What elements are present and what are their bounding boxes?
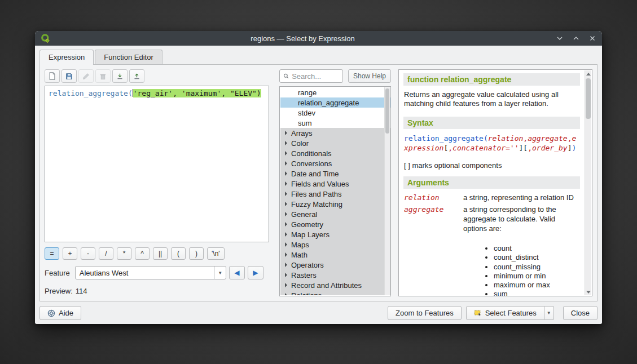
minimize-button[interactable] bbox=[555, 34, 564, 43]
expand-arrow-icon[interactable] bbox=[285, 131, 287, 135]
operator-button[interactable]: - bbox=[81, 247, 95, 260]
function-group[interactable]: Conversions bbox=[280, 158, 390, 168]
function-group[interactable]: Fuzzy Matching bbox=[280, 199, 390, 209]
select-features-dropdown[interactable]: ▼ bbox=[544, 306, 554, 320]
feature-combobox[interactable]: Aleutians West ▼ bbox=[75, 266, 226, 279]
argument-description: a string corresponding to the aggregate … bbox=[463, 205, 579, 234]
feature-combobox-value: Aleutians West bbox=[80, 269, 128, 277]
help-scrollbar[interactable] bbox=[585, 70, 591, 295]
search-box[interactable] bbox=[279, 69, 343, 83]
expand-arrow-icon[interactable] bbox=[285, 171, 287, 176]
syntax-token: ) bbox=[572, 144, 576, 152]
scrollbar-thumb[interactable] bbox=[385, 88, 389, 134]
search-input[interactable] bbox=[292, 72, 339, 81]
function-item[interactable]: relation_aggregate bbox=[280, 97, 390, 108]
tab-function-editor[interactable]: Function Editor bbox=[95, 50, 162, 64]
tab-bar: Expression Function Editor bbox=[39, 50, 598, 64]
show-help-button[interactable]: Show Help bbox=[348, 69, 391, 83]
operator-button[interactable]: '\n' bbox=[207, 247, 225, 260]
expression-code-editor[interactable]: relation_aggregate('reg_air', 'maximum',… bbox=[45, 86, 269, 242]
expand-arrow-icon[interactable] bbox=[285, 202, 287, 206]
aggregate-option: count_missing bbox=[494, 263, 580, 272]
expand-arrow-icon[interactable] bbox=[285, 232, 287, 237]
save-expression-button[interactable] bbox=[61, 69, 77, 83]
export-expression-button[interactable] bbox=[129, 69, 144, 83]
function-group[interactable]: Operators bbox=[280, 260, 390, 270]
expand-arrow-icon[interactable] bbox=[285, 242, 287, 247]
function-label: stdev bbox=[298, 109, 315, 117]
function-group[interactable]: General bbox=[280, 209, 390, 219]
function-label: Geometry bbox=[291, 220, 323, 229]
syntax-token: , bbox=[523, 134, 528, 143]
function-group[interactable]: Color bbox=[280, 138, 390, 148]
function-label: Maps bbox=[291, 241, 309, 249]
zoom-to-features-button[interactable]: Zoom to Features bbox=[388, 306, 462, 320]
expand-arrow-icon[interactable] bbox=[285, 141, 287, 145]
maximize-button[interactable] bbox=[572, 34, 581, 43]
expand-arrow-icon[interactable] bbox=[285, 212, 287, 216]
expand-arrow-icon[interactable] bbox=[285, 263, 287, 267]
import-expression-button[interactable] bbox=[112, 69, 128, 83]
function-label: relation_aggregate bbox=[298, 99, 359, 107]
operator-button[interactable]: ( bbox=[171, 247, 186, 260]
expression-function-token: relation_aggregate( bbox=[49, 89, 133, 97]
scrollbar-thumb[interactable] bbox=[586, 78, 591, 119]
function-group[interactable]: Relations bbox=[280, 290, 390, 295]
function-group[interactable]: Conditionals bbox=[280, 148, 390, 158]
previous-feature-button[interactable]: ◀ bbox=[229, 266, 245, 279]
scroll-up-icon[interactable] bbox=[585, 70, 591, 77]
function-list-panel: Show Help rangerelation_aggregatestdevsu… bbox=[279, 69, 391, 296]
expand-arrow-icon[interactable] bbox=[285, 283, 287, 287]
function-group[interactable]: Date and Time bbox=[280, 168, 390, 179]
function-item[interactable]: sum bbox=[280, 118, 390, 128]
arrow-left-icon: ◀ bbox=[234, 269, 239, 277]
operator-button[interactable]: * bbox=[117, 247, 131, 260]
operator-buttons: =+-/*^||()'\n' bbox=[45, 247, 269, 260]
chevron-down-icon[interactable]: ▼ bbox=[214, 267, 226, 279]
function-group[interactable]: Files and Paths bbox=[280, 189, 390, 199]
help-button[interactable]: Aide bbox=[39, 306, 81, 320]
operator-button[interactable]: = bbox=[45, 247, 59, 260]
expand-arrow-icon[interactable] bbox=[285, 222, 287, 227]
expand-arrow-icon[interactable] bbox=[285, 161, 287, 166]
function-list-scrollbar[interactable] bbox=[384, 87, 390, 295]
function-label: Fields and Values bbox=[291, 180, 349, 188]
new-expression-button[interactable] bbox=[45, 69, 60, 83]
expand-arrow-icon[interactable] bbox=[285, 293, 287, 295]
import-arrow-icon bbox=[116, 73, 124, 80]
function-group[interactable]: Rasters bbox=[280, 270, 390, 280]
syntax-token: , bbox=[448, 144, 453, 152]
operator-button[interactable]: + bbox=[63, 247, 77, 260]
function-group[interactable]: Geometry bbox=[280, 219, 390, 229]
function-help-panel: function relation_aggregate Returns an a… bbox=[398, 69, 592, 296]
expand-arrow-icon[interactable] bbox=[285, 192, 287, 196]
function-group[interactable]: Map Layers bbox=[280, 229, 390, 239]
expand-arrow-icon[interactable] bbox=[285, 273, 287, 277]
function-group[interactable]: Maps bbox=[280, 239, 390, 250]
function-group[interactable]: Arrays bbox=[280, 128, 390, 138]
select-features-button[interactable]: Select Features bbox=[466, 306, 544, 320]
function-item[interactable]: range bbox=[280, 87, 390, 97]
titlebar[interactable]: regions — Select by Expression bbox=[35, 31, 602, 46]
operator-button[interactable]: / bbox=[99, 247, 113, 260]
operator-button[interactable]: ^ bbox=[135, 247, 150, 260]
delete-expression-button[interactable] bbox=[95, 69, 111, 83]
function-group[interactable]: Math bbox=[280, 250, 390, 260]
function-group[interactable]: Record and Attributes bbox=[280, 280, 390, 290]
expand-arrow-icon[interactable] bbox=[285, 181, 287, 186]
scroll-down-icon[interactable] bbox=[585, 288, 591, 295]
expand-arrow-icon[interactable] bbox=[285, 252, 287, 257]
close-button[interactable]: Close bbox=[563, 306, 598, 320]
operator-button[interactable]: || bbox=[153, 247, 168, 260]
edit-expression-button[interactable] bbox=[78, 69, 94, 83]
function-group[interactable]: Fields and Values bbox=[280, 179, 390, 189]
function-item[interactable]: stdev bbox=[280, 108, 390, 118]
search-row: Show Help bbox=[279, 69, 391, 83]
close-window-button[interactable] bbox=[588, 34, 597, 43]
aggregate-option: sum bbox=[494, 290, 580, 296]
next-feature-button[interactable]: ▶ bbox=[248, 266, 263, 279]
tab-expression[interactable]: Expression bbox=[39, 50, 94, 65]
function-list: rangerelation_aggregatestdevsumArraysCol… bbox=[280, 87, 390, 295]
expand-arrow-icon[interactable] bbox=[285, 151, 287, 156]
operator-button[interactable]: ) bbox=[189, 247, 204, 260]
